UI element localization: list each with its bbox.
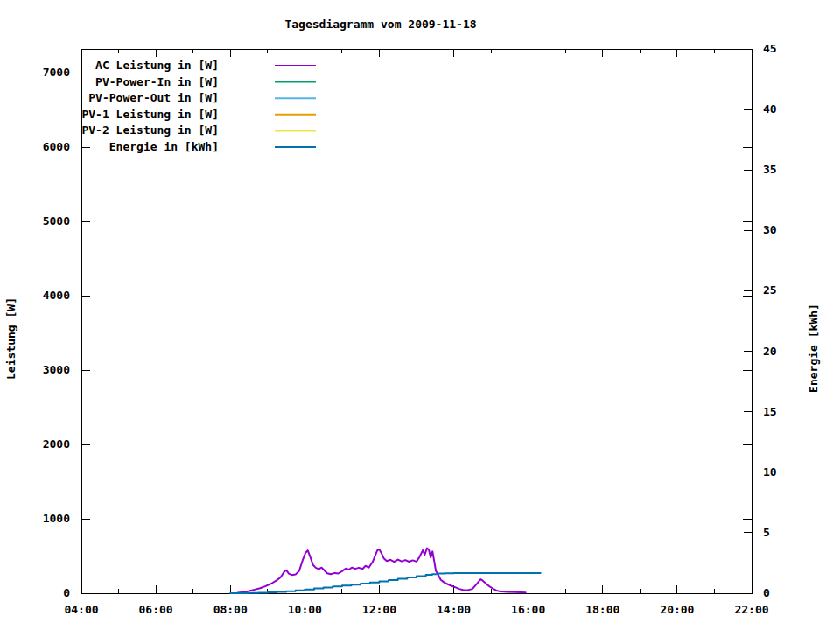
x-tick-label: 14:00	[437, 603, 471, 616]
y-left-tick-label: 3000	[43, 363, 70, 376]
y-left-tick-label: 2000	[43, 438, 70, 451]
y-left-tick-label: 4000	[43, 289, 70, 302]
y-left-tick-label: 7000	[43, 66, 70, 79]
legend-label: PV-Power-In in [W]	[95, 75, 219, 88]
legend-label: PV-2 Leistung in [W]	[81, 123, 219, 136]
y-right-tick-label: 40	[763, 102, 777, 116]
x-tick-label: 12:00	[362, 603, 396, 616]
legend-label: PV-Power-Out in [W]	[88, 91, 219, 104]
series-ac-leistung-in-w	[238, 549, 526, 593]
y-left-tick-label: 6000	[43, 140, 70, 153]
plot-canvas: Tagesdiagramm vom 2009-11-18 Leistung [W…	[0, 0, 840, 630]
y-left-axis-title: Leistung [W]	[4, 298, 18, 380]
x-tick-label: 04:00	[64, 603, 98, 616]
x-tick-label: 10:00	[288, 603, 322, 616]
legend-label: AC Leistung in [W]	[95, 59, 219, 72]
x-tick-label: 16:00	[511, 603, 545, 616]
y-left-tick-label: 0	[63, 586, 70, 599]
legend-label: PV-1 Leistung in [W]	[81, 108, 219, 121]
y-right-tick-label: 45	[763, 42, 777, 55]
tagesdiagramm-chart: Tagesdiagramm vom 2009-11-18 Leistung [W…	[0, 0, 840, 630]
y-right-tick-label: 25	[763, 284, 777, 297]
y-right-tick-label: 0	[763, 586, 770, 599]
y-right-tick-label: 30	[763, 223, 777, 236]
x-tick-label: 08:00	[214, 603, 248, 616]
y-right-tick-label: 5	[763, 526, 770, 539]
y-right-tick-label: 15	[763, 405, 777, 418]
series-energie-in-kwh	[230, 573, 541, 593]
legend-label: Energie in [kWh]	[109, 140, 219, 153]
y-right-tick-label: 10	[763, 466, 777, 479]
y-left-tick-label: 1000	[43, 512, 70, 525]
x-tick-label: 06:00	[139, 603, 173, 616]
y-right-axis-title: Energie [kWh]	[807, 304, 820, 393]
x-tick-label: 20:00	[660, 603, 694, 616]
y-left-tick-label: 5000	[43, 214, 70, 228]
y-right-tick-label: 20	[763, 345, 777, 358]
x-tick-label: 22:00	[734, 603, 768, 616]
y-right-tick-label: 35	[763, 163, 777, 176]
chart-title: Tagesdiagramm vom 2009-11-18	[284, 18, 476, 31]
x-tick-label: 18:00	[585, 603, 620, 616]
